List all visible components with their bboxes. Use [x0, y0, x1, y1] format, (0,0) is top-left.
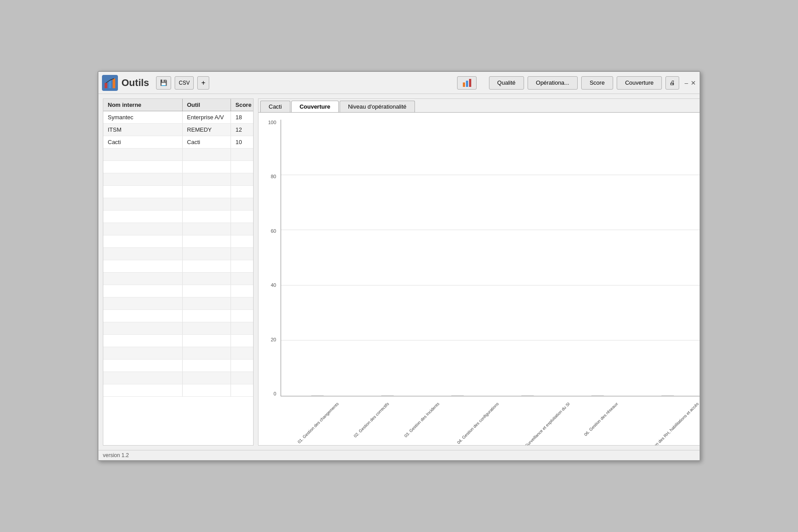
chart-area: 020406080100 01. Gestion des changements…	[281, 120, 700, 441]
table-row[interactable]	[103, 173, 253, 186]
td-nom	[103, 322, 183, 334]
td-nom: Symantec	[103, 111, 183, 123]
td-nom	[103, 297, 183, 309]
titlebar: Outils 💾 CSV + Qualité Opérationa... Sco…	[98, 72, 700, 94]
y-axis: 020406080100	[263, 120, 276, 396]
header-score: Score	[231, 99, 253, 111]
minimize-button[interactable]: –	[685, 79, 688, 86]
td-outil	[183, 149, 231, 160]
table-row[interactable]: ITSM REMEDY 12	[103, 124, 253, 136]
td-score	[231, 322, 253, 334]
table-row[interactable]	[103, 235, 253, 248]
td-score	[231, 211, 253, 223]
td-outil: Cacti	[183, 136, 231, 148]
save-button[interactable]: 💾	[156, 76, 171, 90]
table-row[interactable]	[103, 297, 253, 310]
table-row[interactable]	[103, 285, 253, 297]
td-outil	[183, 223, 231, 235]
td-outil	[183, 297, 231, 309]
svg-rect-3	[463, 82, 465, 87]
table-row[interactable]	[103, 211, 253, 223]
td-outil	[183, 347, 231, 359]
table-row[interactable]	[103, 322, 253, 335]
td-nom	[103, 372, 183, 384]
td-outil	[183, 335, 231, 347]
version-label: version 1.2	[103, 452, 129, 458]
tab-niveau-d'opérationalité[interactable]: Niveau d'opérationalité	[340, 101, 415, 112]
td-score: 18	[231, 111, 253, 123]
td-score	[231, 149, 253, 160]
table-row[interactable]	[103, 223, 253, 235]
td-score	[231, 223, 253, 235]
td-nom	[103, 198, 183, 210]
tab-cacti[interactable]: Cacti	[260, 101, 290, 112]
right-panel: CactiCouvertureNiveau d'opérationalité▼ …	[258, 98, 700, 446]
qualite-button[interactable]: Qualité	[489, 76, 524, 90]
table-row[interactable]	[103, 384, 253, 397]
td-score	[231, 310, 253, 322]
td-outil	[183, 384, 231, 396]
table-row[interactable]	[103, 149, 253, 161]
table-row[interactable]: Symantec Enterprise A/V 18	[103, 111, 253, 124]
header-outil: Outil	[183, 99, 231, 111]
table-row[interactable]: Cacti Cacti 10	[103, 136, 253, 149]
svg-rect-5	[469, 79, 471, 87]
table-row[interactable]	[103, 161, 253, 173]
td-nom: ITSM	[103, 124, 183, 136]
td-score	[231, 173, 253, 185]
td-nom	[103, 347, 183, 359]
y-label: 60	[263, 228, 276, 234]
table-row[interactable]	[103, 372, 253, 384]
td-outil	[183, 372, 231, 384]
chart-button[interactable]	[457, 76, 477, 90]
td-outil	[183, 211, 231, 223]
bar-group	[494, 395, 561, 396]
add-button[interactable]: +	[197, 76, 209, 90]
bar-group	[354, 395, 421, 396]
table-row[interactable]	[103, 360, 253, 372]
chart-container: 020406080100 01. Gestion des changements…	[258, 113, 700, 445]
table-row[interactable]	[103, 198, 253, 211]
svg-rect-4	[466, 81, 468, 87]
svg-rect-1	[109, 80, 111, 88]
td-nom	[103, 211, 183, 223]
svg-rect-0	[105, 83, 107, 88]
table-row[interactable]	[103, 335, 253, 347]
app-title: Outils	[121, 77, 149, 89]
td-score	[231, 235, 253, 247]
td-nom	[103, 235, 183, 247]
table-row[interactable]	[103, 347, 253, 360]
couverture-button[interactable]: Couverture	[617, 76, 662, 90]
left-panel: Nom interne Outil Score Symantec Enterpr…	[103, 98, 254, 446]
bar-group	[634, 395, 700, 396]
bar-group	[424, 395, 491, 396]
table-row[interactable]	[103, 273, 253, 285]
td-nom	[103, 384, 183, 396]
td-outil	[183, 273, 231, 285]
td-outil	[183, 360, 231, 372]
header-nom: Nom interne	[103, 99, 183, 111]
table-header: Nom interne Outil Score	[103, 99, 253, 111]
main-window: Outils 💾 CSV + Qualité Opérationa... Sco…	[98, 71, 700, 461]
td-nom: Cacti	[103, 136, 183, 148]
table-row[interactable]	[103, 248, 253, 260]
operationa-button[interactable]: Opérationa...	[528, 76, 578, 90]
td-outil	[183, 322, 231, 334]
table-row[interactable]	[103, 186, 253, 198]
print-button[interactable]: 🖨	[665, 76, 679, 90]
score-button[interactable]: Score	[581, 76, 613, 90]
td-nom	[103, 260, 183, 272]
table-row[interactable]	[103, 310, 253, 322]
td-nom	[103, 360, 183, 372]
tab-bar: CactiCouvertureNiveau d'opérationalité▼	[258, 99, 700, 113]
td-score	[231, 248, 253, 260]
table-row[interactable]	[103, 260, 253, 273]
td-outil	[183, 285, 231, 297]
td-score	[231, 161, 253, 173]
csv-button[interactable]: CSV	[175, 76, 194, 90]
close-button[interactable]: ✕	[691, 79, 696, 86]
td-outil	[183, 248, 231, 260]
td-score: 10	[231, 136, 253, 148]
tab-couverture[interactable]: Couverture	[291, 101, 339, 112]
td-score	[231, 347, 253, 359]
